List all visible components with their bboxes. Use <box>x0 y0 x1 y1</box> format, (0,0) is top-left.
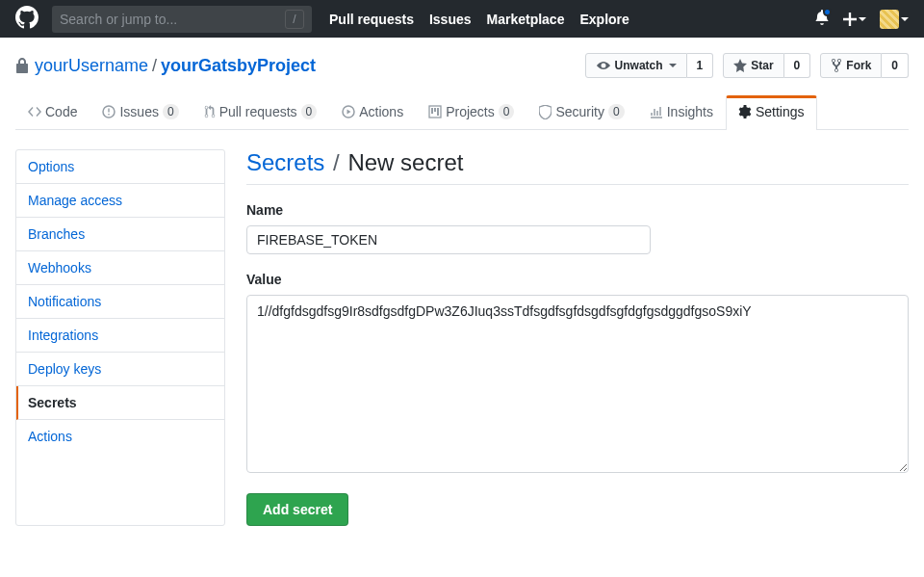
unwatch-button[interactable]: Unwatch <box>585 53 687 78</box>
fork-button[interactable]: Fork <box>820 53 882 78</box>
breadcrumb-current: New secret <box>347 149 463 175</box>
pulls-count: 0 <box>301 104 318 119</box>
settings-sidebar: Options Manage access Branches Webhooks … <box>15 149 225 526</box>
value-label: Value <box>246 272 909 287</box>
secret-value-textarea[interactable]: 1//dfgfdsgdfsg9Ir8sdfgsdfgDPw3Z6JIuq3ssT… <box>246 295 909 473</box>
secret-name-input[interactable] <box>246 225 651 254</box>
eye-icon <box>596 60 611 71</box>
repo-header: yourUsername / yourGatsbyProject Unwatch… <box>0 38 924 130</box>
star-icon <box>733 59 747 72</box>
security-count: 0 <box>608 104 625 119</box>
sidebar-item-webhooks[interactable]: Webhooks <box>16 251 224 285</box>
nav-pull-requests[interactable]: Pull requests <box>329 12 414 27</box>
path-separator: / <box>152 56 157 76</box>
notifications-icon[interactable] <box>814 10 830 28</box>
breadcrumb-sep: / <box>333 149 340 175</box>
tab-settings[interactable]: Settings <box>726 95 817 130</box>
sidebar-item-deploy-keys[interactable]: Deploy keys <box>16 353 224 386</box>
star-button[interactable]: Star <box>723 53 783 78</box>
sidebar-item-manage-access[interactable]: Manage access <box>16 184 224 218</box>
svg-rect-7 <box>437 108 439 116</box>
main-content: Secrets / New secret Name Value 1//dfgfd… <box>246 149 909 526</box>
graph-icon <box>650 105 663 118</box>
breadcrumb-secrets[interactable]: Secrets <box>246 149 324 175</box>
sidebar-item-integrations[interactable]: Integrations <box>16 319 224 353</box>
header-nav: Pull requests Issues Marketplace Explore <box>329 12 629 27</box>
svg-rect-1 <box>109 109 110 113</box>
name-label: Name <box>246 202 909 218</box>
tab-security[interactable]: Security 0 <box>526 95 636 129</box>
issue-icon <box>102 105 116 118</box>
projects-count: 0 <box>499 104 515 119</box>
star-count[interactable]: 0 <box>784 53 811 78</box>
search-placeholder: Search or jump to... <box>60 12 177 27</box>
issues-count: 0 <box>163 104 179 119</box>
tab-insights[interactable]: Insights <box>637 95 726 129</box>
svg-rect-5 <box>431 108 433 114</box>
repo-nav: Code Issues 0 Pull requests 0 Actions Pr… <box>15 95 909 130</box>
nav-explore[interactable]: Explore <box>579 12 629 27</box>
tab-projects[interactable]: Projects 0 <box>416 95 526 129</box>
svg-rect-6 <box>434 108 436 112</box>
fork-count[interactable]: 0 <box>882 53 909 78</box>
tab-actions[interactable]: Actions <box>329 95 416 129</box>
sidebar-item-actions[interactable]: Actions <box>16 420 224 453</box>
tab-issues[interactable]: Issues 0 <box>90 95 191 129</box>
lock-icon <box>15 58 29 73</box>
svg-rect-2 <box>109 114 110 115</box>
notification-dot <box>823 8 832 16</box>
page-title: Secrets / New secret <box>246 149 909 185</box>
sidebar-item-notifications[interactable]: Notifications <box>16 285 224 319</box>
avatar <box>880 10 899 29</box>
fork-icon <box>831 58 842 73</box>
play-icon <box>342 105 355 118</box>
pull-request-icon <box>204 105 216 118</box>
sidebar-item-options[interactable]: Options <box>16 150 224 184</box>
tab-code[interactable]: Code <box>15 95 90 129</box>
github-logo[interactable] <box>15 6 38 32</box>
owner-link[interactable]: yourUsername <box>35 56 148 75</box>
slash-key-icon: / <box>285 10 304 29</box>
user-menu[interactable] <box>880 10 909 29</box>
tab-pull-requests[interactable]: Pull requests 0 <box>192 95 330 129</box>
watch-count[interactable]: 1 <box>687 53 714 78</box>
project-icon <box>428 105 442 118</box>
shield-icon <box>539 105 552 119</box>
repo-link[interactable]: yourGatsbyProject <box>161 56 316 76</box>
code-icon <box>28 105 41 118</box>
search-input[interactable]: Search or jump to... / <box>52 6 312 33</box>
nav-marketplace[interactable]: Marketplace <box>487 12 565 27</box>
global-header: Search or jump to... / Pull requests Iss… <box>0 0 924 38</box>
nav-issues[interactable]: Issues <box>429 12 472 27</box>
sidebar-item-branches[interactable]: Branches <box>16 218 224 251</box>
create-new-dropdown[interactable] <box>843 13 866 26</box>
gear-icon <box>738 105 752 118</box>
add-secret-button[interactable]: Add secret <box>246 493 348 526</box>
sidebar-item-secrets[interactable]: Secrets <box>16 386 224 420</box>
